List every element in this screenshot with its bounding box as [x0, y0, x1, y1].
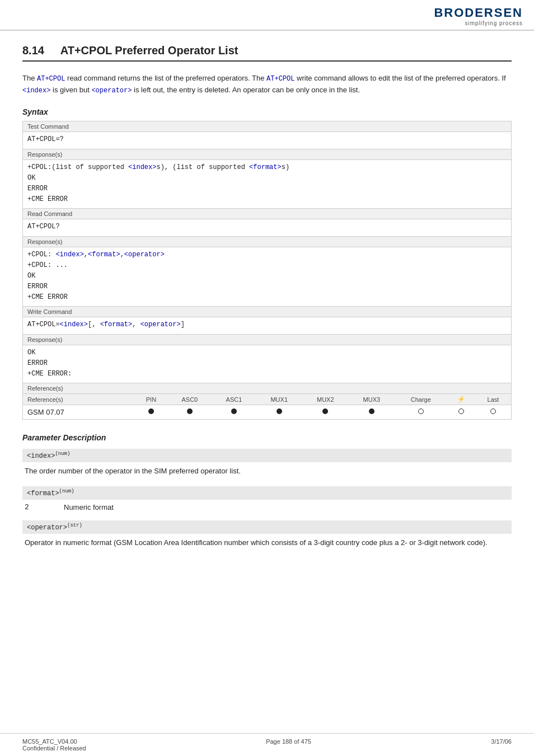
footer-date: 3/17/06: [491, 738, 512, 752]
page-footer: MC55_ATC_V04.00 Confidential / Released …: [0, 733, 534, 756]
ref-data-row: GSM 07.07: [23, 405, 512, 420]
footer-left: MC55_ATC_V04.00 Confidential / Released: [22, 738, 86, 752]
param-format-num: 2: [25, 503, 41, 511]
ref-pin-val: [135, 405, 168, 420]
param-format-sup: (num): [59, 489, 74, 494]
logo-text: BRODERSEN: [434, 6, 523, 20]
write-command-text: AT+CPOL=<index>[, <format>, <operator>]: [23, 317, 512, 334]
at-cpol-code1: AT+CPOL: [37, 75, 65, 83]
param-heading: Parameter Description: [22, 433, 512, 442]
ref-col-mux1: MUX1: [256, 394, 302, 405]
write-response-row: OK ERROR +CME ERROR:: [23, 345, 512, 383]
ref-asc1-val: [212, 405, 256, 420]
ref-col-mux2: MUX2: [302, 394, 349, 405]
section-name: AT+CPOL Preferred Operator List: [60, 44, 238, 57]
circle-filled-asc1: [231, 408, 237, 414]
operator-code1: <operator>: [91, 87, 132, 95]
circle-empty-charge: [418, 408, 424, 414]
ref-table: Reference(s) PIN ASC0 ASC1 MUX1 MUX2 MUX…: [22, 393, 512, 420]
circle-filled-mux1: [277, 408, 282, 414]
ref-col-pin: PIN: [135, 394, 168, 405]
read-command-header-row: Read Command: [23, 209, 512, 219]
param-section: Parameter Description <index>(num) The o…: [22, 433, 512, 549]
ref-last-val: [475, 405, 512, 420]
param-index-sup: (num): [55, 451, 70, 457]
footer-doc-id: MC55_ATC_V04.00: [22, 738, 86, 745]
read-response-label: Response(s): [23, 236, 512, 247]
ref-col-name: Reference(s): [23, 394, 135, 405]
read-command-text: AT+CPOL?: [23, 219, 512, 236]
param-index-desc: The order number of the operator in the …: [22, 466, 512, 477]
ref-special-val: [447, 405, 475, 420]
test-response-label: Response(s): [23, 149, 512, 159]
logo-sub: simplifying process: [465, 20, 523, 26]
write-response-text: OK ERROR +CME ERROR:: [23, 345, 512, 383]
section-title: 8.14 AT+CPOL Preferred Operator List: [22, 44, 512, 62]
test-command-header-row: Test Command: [23, 121, 512, 132]
format-code: <format>: [88, 251, 120, 259]
test-response-text: +CPOL:(list of supported <index>s), (lis…: [23, 159, 512, 209]
operator-code: <operator>: [124, 251, 165, 259]
circle-empty-special: [458, 408, 464, 414]
ref-gsm: GSM 07.07: [23, 405, 135, 420]
test-command-label: Test Command: [23, 121, 512, 132]
param-operator-sup: (str): [67, 523, 82, 528]
ref-col-last: Last: [475, 394, 512, 405]
ref-charge-val: [395, 405, 447, 420]
index-code: <index>: [55, 251, 83, 259]
write-format-code: <format>: [100, 321, 133, 328]
at-cpol-code2: AT+CPOL: [266, 75, 294, 83]
syntax-table: Test Command AT+CPOL=? Response(s) +CPOL…: [22, 121, 512, 394]
write-response-label: Response(s): [23, 334, 512, 345]
param-format-desc: Numeric format: [64, 503, 114, 511]
write-command-header-row: Write Command: [23, 307, 512, 317]
test-command-row: AT+CPOL=?: [23, 132, 512, 149]
param-format-label: <format>(num): [22, 486, 512, 500]
write-operator-code: <operator>: [140, 321, 181, 328]
circle-empty-last: [490, 408, 496, 414]
syntax-heading: Syntax: [22, 107, 512, 116]
ref-mux2-val: [302, 405, 349, 420]
read-command-row: AT+CPOL?: [23, 219, 512, 236]
ref-col-special: ⚡: [447, 394, 475, 405]
logo-area: BRODERSEN simplifying process: [434, 6, 523, 26]
ref-columns-header: Reference(s) PIN ASC0 ASC1 MUX1 MUX2 MUX…: [23, 394, 512, 405]
section-number: 8.14: [22, 44, 44, 57]
ref-col-asc0: ASC0: [167, 394, 212, 405]
param-operator-label: <operator>(str): [22, 520, 512, 534]
page-header: BRODERSEN simplifying process: [0, 0, 534, 31]
ref-mux3-val: [349, 405, 395, 420]
ref-header-row: Reference(s): [23, 383, 512, 394]
test-response-header-row: Response(s): [23, 149, 512, 159]
param-operator-desc: Operator in numeric format (GSM Location…: [22, 537, 512, 549]
param-format-value-row: 2 Numeric format: [22, 503, 512, 511]
ref-mux1-val: [256, 405, 302, 420]
circle-filled-mux2: [322, 408, 328, 414]
write-response-header-row: Response(s): [23, 334, 512, 345]
index-code1: <index>: [22, 87, 50, 95]
read-response-text: +CPOL: <index>,<format>,<operator> +CPOL…: [23, 247, 512, 307]
test-command-text: AT+CPOL=?: [23, 132, 512, 149]
read-response-header-row: Response(s): [23, 236, 512, 247]
write-index-code: <index>: [60, 321, 88, 328]
ref-col-charge: Charge: [395, 394, 447, 405]
ref-col-mux3: MUX3: [349, 394, 395, 405]
test-response-row: +CPOL:(list of supported <index>s), (lis…: [23, 159, 512, 209]
footer-center: Page 188 of 475: [266, 738, 311, 752]
param-index-label: <index>(num): [22, 449, 512, 462]
circle-filled-mux3: [369, 408, 374, 414]
read-response-row: +CPOL: <index>,<format>,<operator> +CPOL…: [23, 247, 512, 307]
read-command-label: Read Command: [23, 209, 512, 219]
index-inline: <index>: [128, 163, 156, 171]
footer-confidential: Confidential / Released: [22, 745, 86, 752]
main-content: 8.14 AT+CPOL Preferred Operator List The…: [0, 31, 534, 569]
intro-paragraph: The AT+CPOL read command returns the lis…: [22, 73, 512, 96]
write-command-label: Write Command: [23, 307, 512, 317]
circle-filled-pin: [148, 408, 154, 414]
circle-filled-asc0: [187, 408, 193, 414]
ref-label: Reference(s): [23, 383, 512, 394]
ref-col-asc1: ASC1: [212, 394, 256, 405]
write-command-row: AT+CPOL=<index>[, <format>, <operator>]: [23, 317, 512, 334]
ref-asc0-val: [167, 405, 212, 420]
format-inline: <format>: [249, 163, 282, 171]
